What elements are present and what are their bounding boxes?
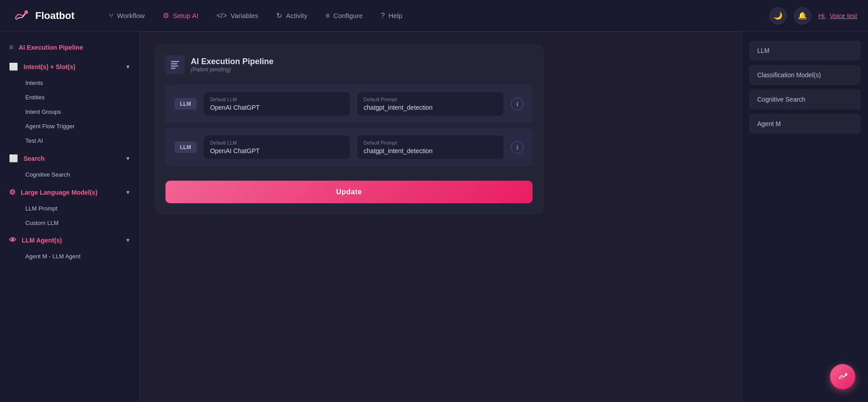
floating-action-button[interactable] <box>830 364 855 389</box>
sidebar-section-llm-agents: 👁 LLM Agent(s) ▼ Agent M - LLM Agent <box>0 232 140 263</box>
nav-links: ⑂ Workflow ⚙ Setup AI </> Variables ↻ Ac… <box>102 8 770 23</box>
sidebar-item-cognitive-search[interactable]: Cognitive Search <box>4 168 136 182</box>
intents-icon: ⬜ <box>9 62 18 71</box>
notification-bell[interactable]: 🔔 <box>794 7 811 24</box>
sidebar: ≡ AI Execution Pipeline ⬜ Intent(s) + Sl… <box>0 32 140 402</box>
sidebar-section-search: ⬜ Search ▼ Cognitive Search <box>0 150 140 182</box>
nav-workflow[interactable]: ⑂ Workflow <box>102 8 152 23</box>
intents-chevron: ▼ <box>125 64 131 70</box>
sidebar-section-ai: ≡ AI Execution Pipeline <box>0 39 140 56</box>
llm-default-field-1: Default LLM OpenAI ChatGPT <box>204 92 350 116</box>
help-icon: ? <box>381 12 385 20</box>
ai-execution-icon: ≡ <box>9 43 13 51</box>
llm-agents-chevron: ▼ <box>125 237 131 243</box>
right-panel-cognitive-search[interactable]: Cognitive Search <box>749 89 861 109</box>
pipeline-card: AI Execution Pipeline (Patent pending) L… <box>155 44 543 214</box>
svg-rect-4 <box>171 65 178 67</box>
llm-badge-1: LLM <box>175 98 197 110</box>
sidebar-item-entities[interactable]: Entities <box>4 90 136 104</box>
sidebar-item-agent-flow-trigger[interactable]: Agent Flow Trigger <box>4 119 136 133</box>
llm-default-value-2: OpenAI ChatGPT <box>210 147 344 154</box>
llm-section-icon: ⚙ <box>9 188 15 196</box>
svg-point-1 <box>24 10 28 14</box>
svg-rect-2 <box>171 61 179 62</box>
llm-default-label-1: Default LLM <box>210 97 344 102</box>
right-panel: LLM Classification Model(s) Cognitive Se… <box>741 32 868 402</box>
search-section-icon: ⬜ <box>9 154 18 163</box>
search-chevron: ▼ <box>125 155 131 162</box>
llm-chevron: ▼ <box>125 189 131 196</box>
llm-prompt-label-2: Default Prompt <box>363 140 497 145</box>
topnav: Floatbot ⑂ Workflow ⚙ Setup AI </> Varia… <box>0 0 868 32</box>
sidebar-header-llm[interactable]: ⚙ Large Language Model(s) ▼ <box>0 183 140 201</box>
pipeline-icon <box>165 55 184 74</box>
info-icon-1[interactable]: ℹ <box>511 98 524 110</box>
right-panel-agent-m[interactable]: Agent M <box>749 114 861 134</box>
llm-prompt-field-1: Default Prompt chatgpt_intent_detection <box>357 92 504 116</box>
nav-help[interactable]: ? Help <box>373 8 410 23</box>
nav-setup-ai[interactable]: ⚙ Setup AI <box>156 8 206 23</box>
svg-rect-3 <box>171 63 177 65</box>
sidebar-item-agent-m-llm[interactable]: Agent M - LLM Agent <box>4 249 136 263</box>
workflow-icon: ⑂ <box>109 12 113 20</box>
sidebar-header-intents[interactable]: ⬜ Intent(s) + Slot(s) ▼ <box>0 58 140 75</box>
sidebar-item-custom-llm[interactable]: Custom LLM <box>4 216 136 230</box>
info-icon-2[interactable]: ℹ <box>511 141 524 154</box>
sidebar-item-llm-prompt[interactable]: LLM Prompt <box>4 201 136 215</box>
sidebar-section-llm: ⚙ Large Language Model(s) ▼ LLM Prompt C… <box>0 183 140 230</box>
content-area: AI Execution Pipeline (Patent pending) L… <box>140 32 741 402</box>
dark-mode-toggle[interactable]: 🌙 <box>769 7 787 24</box>
sidebar-item-intents[interactable]: Intents <box>4 76 136 90</box>
setup-ai-icon: ⚙ <box>163 11 169 20</box>
username-link[interactable]: Voice test <box>830 12 857 19</box>
llm-row-1: LLM Default LLM OpenAI ChatGPT Default P… <box>165 85 533 123</box>
nav-activity[interactable]: ↻ Activity <box>269 8 315 23</box>
sidebar-item-intent-groups[interactable]: Intent Groups <box>4 105 136 119</box>
svg-point-6 <box>845 373 847 375</box>
sidebar-item-test-ai[interactable]: Test AI <box>4 134 136 148</box>
llm-default-field-2: Default LLM OpenAI ChatGPT <box>204 136 350 159</box>
sidebar-section-intents: ⬜ Intent(s) + Slot(s) ▼ Intents Entities… <box>0 58 140 148</box>
nav-right: 🌙 🔔 Hi, Voice test <box>769 7 857 24</box>
sidebar-header-llm-agents[interactable]: 👁 LLM Agent(s) ▼ <box>0 232 140 249</box>
nav-configure[interactable]: ≡ Configure <box>318 8 370 23</box>
pipeline-subtitle: (Patent pending) <box>191 66 274 73</box>
update-button[interactable]: Update <box>165 181 533 203</box>
right-panel-llm[interactable]: LLM <box>749 41 861 61</box>
svg-rect-5 <box>171 68 175 69</box>
llm-prompt-field-2: Default Prompt chatgpt_intent_detection <box>357 136 504 159</box>
main-layout: ≡ AI Execution Pipeline ⬜ Intent(s) + Sl… <box>0 32 868 402</box>
right-panel-classification[interactable]: Classification Model(s) <box>749 65 861 85</box>
pipeline-header: AI Execution Pipeline (Patent pending) <box>165 55 533 74</box>
configure-icon: ≡ <box>326 12 330 20</box>
llm-row-2: LLM Default LLM OpenAI ChatGPT Default P… <box>165 128 533 166</box>
llm-default-value-1: OpenAI ChatGPT <box>210 104 344 111</box>
svg-point-0 <box>11 6 31 26</box>
logo-text: Floatbot <box>35 10 75 22</box>
pipeline-title-group: AI Execution Pipeline (Patent pending) <box>191 57 274 73</box>
llm-badge-2: LLM <box>175 141 197 153</box>
nav-variables[interactable]: </> Variables <box>209 8 266 23</box>
sidebar-header-ai-execution[interactable]: ≡ AI Execution Pipeline <box>0 39 140 56</box>
activity-icon: ↻ <box>276 11 282 20</box>
llm-agents-icon: 👁 <box>9 236 16 244</box>
llm-prompt-label-1: Default Prompt <box>363 97 497 102</box>
variables-icon: </> <box>217 12 227 20</box>
logo[interactable]: Floatbot <box>11 6 75 26</box>
sidebar-header-search[interactable]: ⬜ Search ▼ <box>0 150 140 167</box>
user-greeting: Hi, Voice test <box>818 12 857 19</box>
pipeline-title: AI Execution Pipeline <box>191 57 274 66</box>
llm-prompt-value-1: chatgpt_intent_detection <box>363 104 497 111</box>
llm-default-label-2: Default LLM <box>210 140 344 145</box>
llm-prompt-value-2: chatgpt_intent_detection <box>363 147 497 154</box>
